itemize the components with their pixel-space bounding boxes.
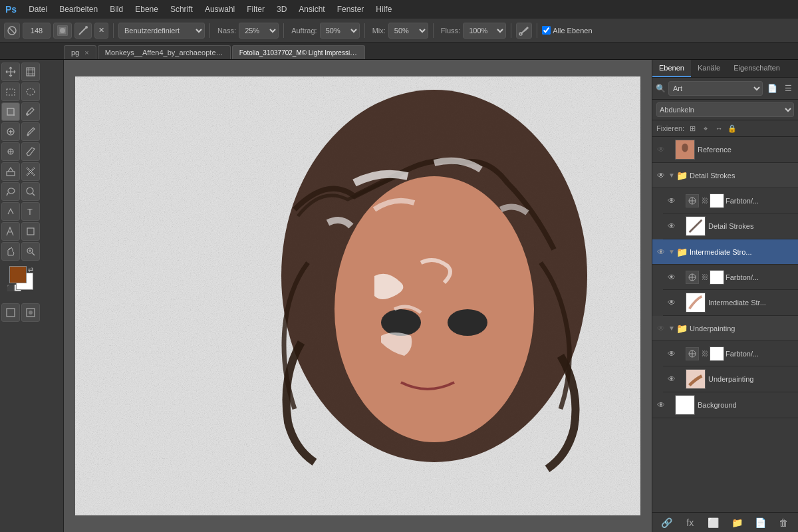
layer-intermediate-expand[interactable]: ▼	[668, 248, 676, 255]
tool-row-9	[1, 222, 62, 241]
shape-tool[interactable]	[21, 222, 40, 241]
menu-hilfe[interactable]: Hilfe	[370, 3, 397, 16]
layer-farbton2-eye[interactable]: 👁	[666, 271, 678, 283]
menu-bearbeiten[interactable]: Bearbeiten	[54, 3, 103, 16]
menu-ansicht[interactable]: Ansicht	[293, 3, 330, 16]
layer-intermediate-eye[interactable]: 👁	[655, 246, 667, 258]
link-layers-btn[interactable]: 🔗	[660, 516, 674, 529]
layer-group-detail[interactable]: 👁 ▼ 📁 Detail Strokes	[652, 163, 798, 188]
delete-layer-btn[interactable]: 🗑	[777, 516, 790, 529]
eyedropper-tool[interactable]	[21, 102, 40, 121]
tool-row-3	[1, 102, 62, 121]
color-picker-area[interactable]: ⬛⬜ ⇄	[1, 266, 62, 299]
brush-size-input[interactable]: 148	[23, 23, 51, 39]
erase-toggle[interactable]: ✕	[94, 23, 108, 39]
layer-reference-eye[interactable]: 👁	[655, 144, 667, 156]
foreground-color[interactable]	[9, 266, 27, 283]
fix-all-icon[interactable]: 🔒	[727, 123, 737, 134]
eraser-tool[interactable]	[1, 162, 20, 181]
layer-underpainting-layer-eye[interactable]: 👁	[666, 373, 678, 385]
menu-ebene[interactable]: Ebene	[130, 3, 164, 16]
menu-auswahl[interactable]: Auswahl	[200, 3, 240, 16]
clone-tool[interactable]	[1, 142, 20, 161]
airbrush-toggle[interactable]	[74, 23, 92, 39]
mix-select[interactable]: 50%	[388, 23, 428, 39]
tab-pg[interactable]: pg ×	[64, 45, 96, 59]
rect-select-tool[interactable]	[1, 82, 20, 101]
layer-farbton1-eye[interactable]: 👁	[666, 195, 678, 207]
eyedropper-btn[interactable]	[516, 23, 532, 39]
layer-intermediate-strokes-eye[interactable]: 👁	[666, 297, 678, 309]
menu-fenster[interactable]: Fenster	[332, 3, 370, 16]
mode-select[interactable]: Benutzerdefiniert	[118, 23, 205, 39]
layer-detail-eye[interactable]: 👁	[655, 170, 667, 182]
layer-group-underpainting[interactable]: 👁 ▼ 📁 Underpainting	[652, 316, 798, 341]
menu-3d[interactable]: 3D	[271, 3, 292, 16]
layer-underpainting[interactable]: 👁 Underpainting	[663, 366, 798, 392]
brush-mode-btn[interactable]	[4, 23, 20, 39]
fluss-select[interactable]: 100%	[463, 23, 506, 39]
lasso-tool[interactable]	[21, 82, 40, 101]
brush-tool[interactable]	[21, 122, 40, 141]
layer-farbton2[interactable]: 👁 ⛓ Farbton/...	[663, 265, 798, 290]
tab-pg-close[interactable]: ×	[84, 49, 88, 57]
menubar: Ps Datei Bearbeiten Bild Ebene Schrift A…	[0, 0, 798, 19]
layer-background-thumb	[675, 395, 695, 415]
history-tool[interactable]	[21, 142, 40, 161]
fix-brush-icon[interactable]: ⌖	[700, 123, 711, 134]
path-select-tool[interactable]	[1, 222, 20, 241]
layer-detail-strokes-eye[interactable]: 👁	[666, 220, 678, 232]
layer-intermediate-strokes[interactable]: 👁 Intermediate Str...	[663, 290, 798, 316]
alle-ebenen-checkbox[interactable]	[542, 26, 551, 35]
add-mask-btn[interactable]: ⬜	[707, 516, 720, 529]
quickmask-mode[interactable]	[21, 303, 40, 322]
layer-underpainting-eye[interactable]: 👁	[655, 323, 667, 334]
menu-filter[interactable]: Filter	[241, 3, 270, 16]
brush-thumbnail-btn[interactable]	[53, 23, 72, 39]
menu-bild[interactable]: Bild	[104, 3, 128, 16]
layer-filter-select[interactable]: Art	[668, 81, 763, 96]
layer-group-intermediate[interactable]: 👁 ▼ 📁 Intermediate Stro...	[652, 239, 798, 265]
tab-monkeys[interactable]: Monkeys__Affen4_by_archaeopteryx_stocks.…	[98, 45, 231, 59]
artboard-tool[interactable]	[21, 63, 40, 81]
new-group-btn[interactable]: 📁	[730, 516, 743, 529]
layer-farbton1[interactable]: 👁 ⛓ Farbton/...	[663, 188, 798, 213]
tab-ebenen[interactable]: Ebenen	[652, 60, 691, 77]
standard-mode[interactable]	[1, 303, 20, 322]
fix-transform-icon[interactable]: ↔	[714, 123, 724, 134]
hand-tool[interactable]	[1, 242, 20, 261]
menu-datei[interactable]: Datei	[23, 3, 53, 16]
menu-schrift[interactable]: Schrift	[165, 3, 198, 16]
layer-farbton3-eye[interactable]: 👁	[666, 348, 678, 360]
fix-position-icon[interactable]: ⊞	[687, 123, 698, 134]
layer-background-eye[interactable]: 👁	[655, 399, 667, 411]
panel-menu-icon[interactable]: ☰	[781, 82, 795, 95]
layer-farbton3[interactable]: 👁 ⛓ Farbton/...	[663, 341, 798, 366]
tab-fotolia[interactable]: Fotolia_31037702_M© Light Impression - F…	[232, 45, 365, 59]
nass-select[interactable]: 25%	[239, 23, 279, 39]
canvas[interactable]	[75, 76, 640, 515]
dodge-tool[interactable]	[1, 182, 20, 201]
blend-mode-row: Abdunkeln	[652, 100, 798, 120]
fill-tool[interactable]	[21, 162, 40, 181]
pen-tool[interactable]	[1, 202, 20, 221]
tab-kanaele[interactable]: Kanäle	[691, 60, 727, 77]
layer-detail-strokes[interactable]: 👁 Detail Strokes	[663, 213, 798, 239]
zoom-view-tool[interactable]	[21, 242, 40, 261]
layer-detail-expand[interactable]: ▼	[668, 172, 676, 179]
blend-mode-select[interactable]: Abdunkeln	[656, 102, 794, 117]
layer-underpainting-expand[interactable]: ▼	[668, 325, 676, 332]
type-tool[interactable]: T	[21, 202, 40, 221]
heal-tool[interactable]	[1, 122, 20, 141]
layer-reference[interactable]: 👁 Reference	[652, 137, 798, 163]
add-style-btn[interactable]: fx	[684, 516, 697, 529]
alle-ebenen-area[interactable]: Alle Ebenen	[542, 26, 592, 35]
new-layer-btn[interactable]: 📄	[753, 516, 767, 529]
zoom-tool[interactable]	[21, 182, 40, 201]
move-tool[interactable]	[1, 63, 20, 81]
layer-background[interactable]: 👁 Background	[652, 392, 798, 418]
new-layer-icon[interactable]: 📄	[765, 82, 779, 95]
auftrag-select[interactable]: 50%	[320, 23, 360, 39]
crop-tool[interactable]	[1, 102, 20, 121]
tab-eigenschaften[interactable]: Eigenschaften	[727, 60, 787, 77]
